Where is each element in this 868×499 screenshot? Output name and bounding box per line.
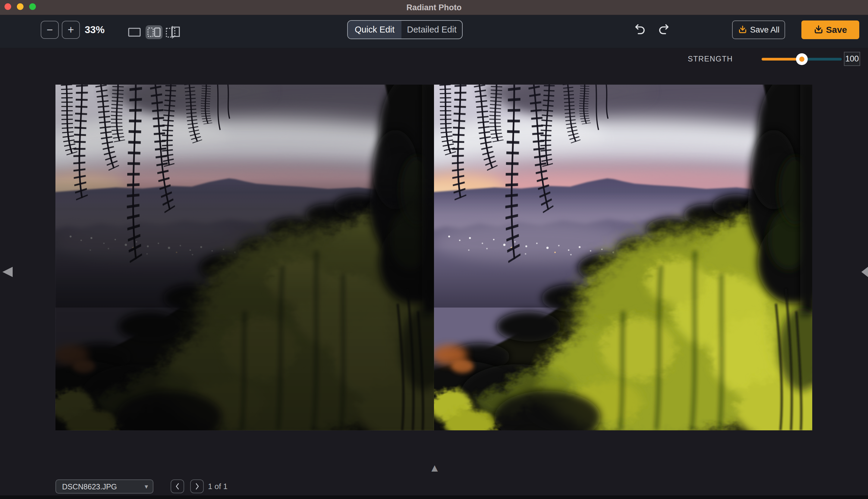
chevron-down-icon: ▾ (145, 480, 148, 493)
previous-photo-button[interactable] (170, 479, 184, 493)
chevron-left-icon (175, 483, 180, 490)
strength-label: STRENGTH (688, 54, 733, 63)
split-view-icon[interactable] (145, 25, 163, 39)
next-photo-button[interactable] (190, 479, 204, 493)
left-panel-arrow-icon[interactable] (2, 267, 13, 277)
filename-label: DSCN8623.JPG (62, 483, 117, 491)
photo-after-pane[interactable] (434, 85, 812, 430)
toolbar: − + 33% Quick Edit Detailed Edit (0, 15, 868, 48)
save-button[interactable]: Save (801, 21, 859, 39)
photo-comparison[interactable] (56, 85, 812, 430)
compare-view-icon[interactable] (165, 25, 181, 39)
tab-detailed-edit[interactable]: Detailed Edit (402, 21, 462, 38)
right-panel-arrow-icon[interactable] (861, 267, 868, 277)
chevron-right-icon (194, 483, 200, 490)
download-icon (738, 25, 747, 35)
edit-mode-toggle: Quick Edit Detailed Edit (347, 20, 463, 39)
filmstrip-expand-icon[interactable]: ▲ (428, 463, 441, 473)
redo-icon[interactable] (658, 24, 672, 37)
undo-icon[interactable] (632, 24, 645, 37)
window-titlebar: Radiant Photo (0, 0, 868, 15)
save-all-label: Save All (750, 25, 780, 35)
zoom-in-button[interactable]: + (62, 21, 80, 39)
zoom-out-button[interactable]: − (41, 21, 59, 39)
strength-slider[interactable] (762, 53, 842, 65)
tab-quick-edit[interactable]: Quick Edit (348, 21, 402, 38)
filename-dropdown[interactable]: DSCN8623.JPG ▾ (56, 479, 153, 494)
strength-value[interactable]: 100 (844, 52, 860, 66)
slider-thumb[interactable] (796, 53, 808, 65)
bottom-strip (0, 495, 868, 499)
save-all-button[interactable]: Save All (732, 21, 785, 39)
download-icon (813, 25, 824, 35)
app-window: Radiant Photo − + 33% Quick Edit Detaile… (0, 0, 868, 499)
photo-counter: 1 of 1 (208, 479, 228, 493)
single-view-icon[interactable] (126, 25, 143, 39)
window-title: Radiant Photo (0, 0, 868, 15)
photo-before-pane[interactable] (56, 85, 434, 430)
zoom-level: 33% (85, 21, 105, 39)
save-label: Save (826, 25, 847, 35)
